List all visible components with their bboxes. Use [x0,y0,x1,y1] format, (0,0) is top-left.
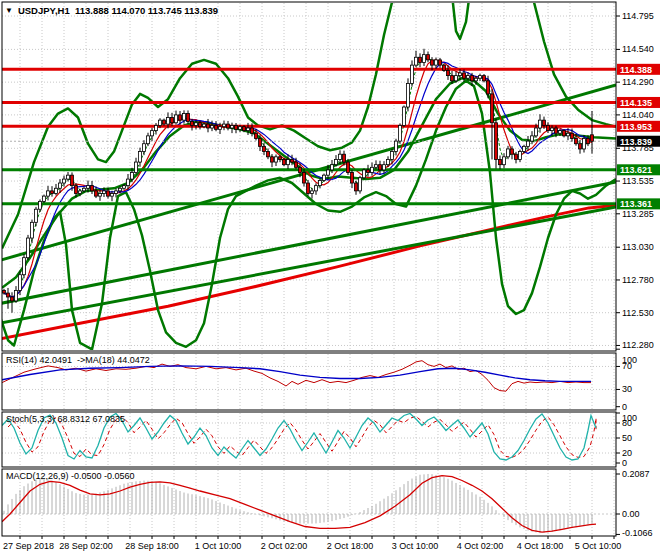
svg-text:0.00: 0.00 [622,509,640,519]
svg-text:113.621: 113.621 [620,165,652,175]
svg-text:0: 0 [622,402,627,412]
svg-text:113.839: 113.839 [620,137,652,147]
support-level-badge: 113.361 [617,198,660,209]
svg-text:114.135: 114.135 [620,98,652,108]
svg-text:0.2087: 0.2087 [622,469,650,479]
resistance-level-badge: 114.135 [617,97,660,108]
svg-text:114.290: 114.290 [622,77,654,87]
time-axis-label: 28 Sep 18:00 [125,541,179,551]
svg-text:20: 20 [622,448,632,458]
current-price-badge: 113.839 [617,136,660,147]
time-axis-label: 2 Oct 18:00 [327,541,374,551]
svg-text:113.361: 113.361 [620,199,652,209]
svg-text:112.530: 112.530 [622,308,654,318]
support-level-badge: 113.621 [617,164,660,175]
svg-text:114.040: 114.040 [622,110,654,120]
time-axis-label: 27 Sep 2018 [3,541,54,551]
symbol-dropdown-icon[interactable]: ▼ [5,7,13,15]
time-axis-label: 4 Oct 18:00 [517,541,564,551]
mt4-chart-window: 114.795114.540114.290114.040113.785113.5… [0,0,660,560]
svg-text:112.280: 112.280 [622,340,654,350]
time-axis-label: 3 Oct 10:00 [392,541,439,551]
chart-title-row: ▼ USDJPY,H1 113.888 114.070 113.745 113.… [5,5,218,16]
svg-text:114.388: 114.388 [620,65,652,75]
macd-label: MACD(12,26,9) -0.0500 -0.0560 [6,471,135,481]
svg-text:113.535: 113.535 [622,176,654,186]
time-axis-label: 4 Oct 02:00 [457,541,504,551]
svg-text:112.780: 112.780 [622,275,654,285]
svg-text:0: 0 [622,458,627,468]
svg-text:50: 50 [622,433,632,443]
svg-text:114.795: 114.795 [622,11,654,21]
svg-text:80: 80 [622,418,632,428]
time-axis-label: 2 Oct 02:00 [261,541,308,551]
resistance-level-badge: 113.953 [617,121,660,132]
time-axis-label: 28 Sep 02:00 [59,541,113,551]
svg-text:113.953: 113.953 [620,122,652,132]
chart-title: USDJPY,H1 113.888 114.070 113.745 113.83… [18,5,218,16]
svg-text:-0.1066: -0.1066 [622,528,653,538]
svg-text:113.285: 113.285 [622,209,654,219]
svg-text:113.030: 113.030 [622,242,654,252]
svg-text:30: 30 [622,384,632,394]
svg-text:70: 70 [622,361,632,371]
svg-text:114.540: 114.540 [622,44,654,54]
time-axis-label: 5 Oct 10:00 [575,541,622,551]
time-axis-label: 1 Oct 10:00 [195,541,242,551]
stoch-label: Stoch(5,3,3) 68.8312 67.0835 [6,414,125,424]
rsi-label: RSI(14) 42.0491 ->MA(18) 44.0472 [6,355,150,365]
resistance-level-badge: 114.388 [617,64,660,75]
